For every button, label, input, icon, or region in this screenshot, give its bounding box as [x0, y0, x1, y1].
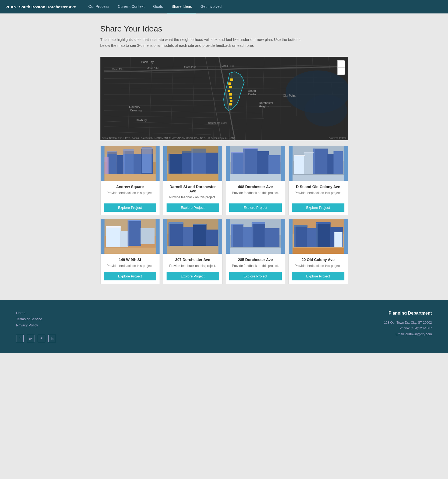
- svg-point-33: [304, 94, 347, 126]
- svg-rect-111: [140, 228, 154, 244]
- footer-left: Home Terms of Service Privacy Policy f g…: [16, 311, 59, 342]
- svg-rect-149: [316, 223, 318, 247]
- footer-right: Planning Department 123 Our Town Dr., Ci…: [384, 311, 432, 342]
- svg-rect-77: [182, 151, 193, 174]
- svg-rect-61: [117, 155, 123, 174]
- svg-rect-72: [104, 146, 156, 154]
- svg-rect-88: [257, 151, 269, 174]
- nav-links: Our Process Current Context Goals Share …: [84, 0, 226, 13]
- card-image-7: [226, 219, 285, 254]
- svg-text:Dorchester: Dorchester: [259, 101, 273, 104]
- card-body-4: D St and Old Colony Ave Provide feedback…: [289, 181, 348, 215]
- social-google-plus[interactable]: g+: [27, 335, 34, 342]
- svg-rect-83: [167, 146, 218, 153]
- svg-rect-60: [107, 151, 117, 174]
- social-linkedin[interactable]: in: [48, 335, 56, 342]
- svg-rect-137: [252, 223, 253, 247]
- nav-share-ideas[interactable]: Share Ideas: [167, 0, 196, 13]
- svg-rect-73: [104, 157, 108, 174]
- svg-rect-122: [206, 230, 218, 247]
- map-zoom-in[interactable]: +: [338, 61, 345, 68]
- svg-rect-127: [168, 223, 170, 247]
- explore-btn-3[interactable]: Explore Project: [229, 203, 282, 212]
- card-body-8: 20 Old Colony Ave Provide feedback on th…: [289, 254, 348, 284]
- svg-text:Mass Pike: Mass Pike: [184, 65, 196, 68]
- svg-rect-41: [230, 100, 232, 102]
- card-408-dorchester: 408 Dorchester Ave Provide feedback on t…: [226, 146, 285, 215]
- card-285-dorchester: 285 Dorchester Ave Provide feedback on t…: [226, 219, 285, 284]
- nav-get-involved[interactable]: Get Involved: [196, 0, 226, 13]
- map-svg: Back Bay Mass Pike Mass Pike Mass Pike M…: [101, 57, 348, 140]
- svg-rect-148: [294, 226, 295, 247]
- svg-rect-38: [227, 90, 230, 92]
- svg-rect-94: [243, 148, 257, 149]
- card-image-8: [289, 219, 348, 254]
- explore-btn-6[interactable]: Explore Project: [167, 272, 219, 280]
- nav-our-process[interactable]: Our Process: [84, 0, 114, 13]
- footer-link-tos[interactable]: Terms of Service: [16, 317, 59, 321]
- card-image-6: [163, 219, 222, 254]
- main-content: Share Your Ideas This map highlights sit…: [95, 13, 353, 300]
- svg-text:Roxbury: Roxbury: [129, 105, 140, 108]
- nav-current-context[interactable]: Current Context: [114, 0, 149, 13]
- svg-rect-102: [313, 148, 315, 174]
- svg-text:Back Bay: Back Bay: [141, 60, 154, 64]
- svg-rect-130: [231, 224, 243, 247]
- svg-rect-104: [304, 152, 313, 153]
- card-image-4: [289, 146, 348, 181]
- footer-address: 123 Our Town Dr., City, ST 20002: [384, 320, 432, 326]
- svg-rect-79: [206, 153, 218, 174]
- svg-rect-119: [168, 223, 183, 247]
- svg-rect-121: [193, 224, 206, 247]
- svg-rect-42: [229, 103, 232, 105]
- svg-rect-132: [252, 223, 265, 247]
- footer-link-privacy[interactable]: Privacy Policy: [16, 323, 59, 327]
- card-body-1: Andrew Square Provide feedback on this p…: [101, 181, 160, 215]
- social-instagram[interactable]: ☀: [38, 335, 45, 342]
- card-desc-3: Provide feedback on this project.: [229, 191, 282, 199]
- explore-btn-4[interactable]: Explore Project: [292, 203, 344, 212]
- svg-rect-97: [294, 155, 305, 174]
- footer-phone: Phone: (434)123-4567: [384, 326, 432, 332]
- explore-btn-8[interactable]: Explore Project: [292, 272, 344, 280]
- card-body-3: 408 Dorchester Ave Provide feedback on t…: [226, 181, 285, 215]
- svg-rect-35: [230, 78, 233, 81]
- card-image-1: [101, 146, 160, 181]
- svg-rect-76: [168, 154, 182, 174]
- nav-goals[interactable]: Goals: [149, 0, 167, 13]
- card-andrew-square: Andrew Square Provide feedback on this p…: [100, 146, 160, 215]
- card-title-2: Darnell St and Dorchester Ave: [167, 185, 219, 193]
- card-image-5: [101, 219, 160, 254]
- map-zoom-out[interactable]: −: [338, 68, 345, 75]
- svg-rect-141: [294, 226, 307, 247]
- card-body-6: 307 Dorchester Ave Provide feedback on t…: [163, 254, 222, 284]
- svg-rect-103: [294, 155, 305, 156]
- svg-rect-124: [167, 246, 218, 254]
- svg-rect-69: [104, 174, 156, 181]
- explore-btn-1[interactable]: Explore Project: [104, 203, 156, 212]
- card-desc-2: Provide feedback on this project.: [167, 195, 219, 199]
- svg-text:Heights: Heights: [259, 105, 269, 108]
- svg-rect-40: [229, 97, 232, 99]
- explore-btn-5[interactable]: Explore Project: [104, 272, 156, 280]
- svg-rect-145: [334, 232, 342, 247]
- explore-btn-2[interactable]: Explore Project: [167, 203, 219, 212]
- explore-btn-7[interactable]: Explore Project: [229, 272, 282, 280]
- card-title-4: D St and Old Colony Ave: [292, 185, 344, 189]
- svg-rect-105: [292, 175, 344, 181]
- map-zoom-controls: + −: [337, 60, 344, 75]
- footer-link-home[interactable]: Home: [16, 311, 59, 315]
- svg-rect-150: [292, 248, 344, 254]
- svg-text:City Point: City Point: [283, 94, 295, 97]
- footer: Home Terms of Service Privacy Policy f g…: [0, 300, 448, 353]
- footer-email: Email: ourtown@city.com: [384, 332, 432, 337]
- svg-rect-92: [230, 174, 281, 181]
- card-desc-1: Provide feedback on this project.: [104, 191, 156, 199]
- svg-rect-93: [231, 152, 243, 153]
- svg-rect-86: [231, 153, 243, 174]
- svg-rect-114: [128, 220, 129, 246]
- card-title-8: 20 Old Colony Ave: [292, 258, 344, 262]
- svg-rect-36: [228, 82, 231, 85]
- social-facebook[interactable]: f: [16, 335, 24, 342]
- footer-department-title: Planning Department: [384, 311, 432, 316]
